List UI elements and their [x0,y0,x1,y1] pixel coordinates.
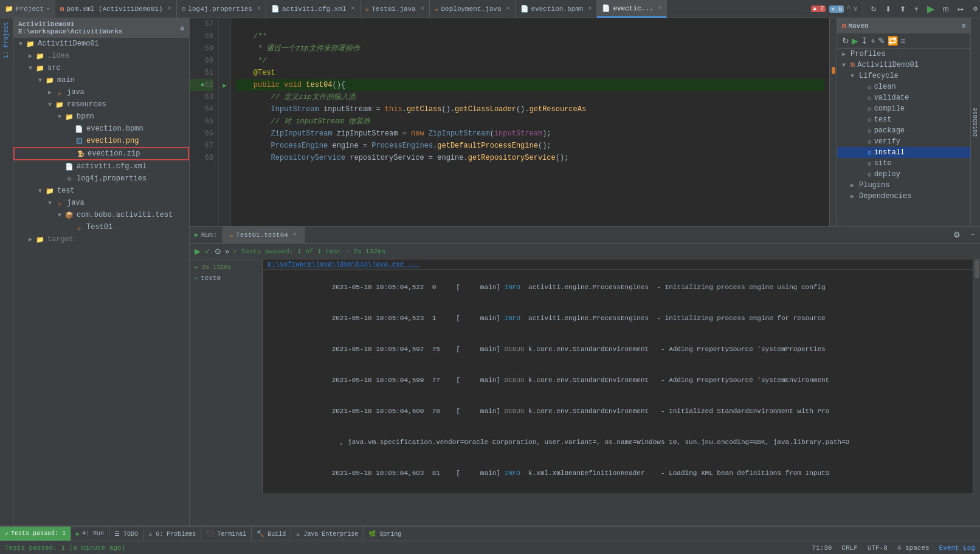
maven-root[interactable]: ▼ m ActivitiDemo01 [837,60,970,70]
tree-item-test01[interactable]: ▶ ☕ Test01 [13,221,189,233]
tree-item-idea[interactable]: ▶ 📁 .idea [13,50,189,62]
log-logger-3: k.core.env.StandardEnvironment - Adding … [525,346,826,353]
folder-icon-java2: ☕ [55,198,64,208]
tab-project[interactable]: 📁 Project ▾ [0,0,55,18]
maven-edit-btn[interactable]: ✎ [878,36,885,46]
bottom-tab-test01[interactable]: ☕ Test01.test04 × [223,227,305,243]
maven-menu-btn[interactable]: ≡ [900,36,905,46]
maven-dependencies[interactable]: ▶ Dependencies [837,191,970,202]
maven-site[interactable]: ▶ ⊙ site [837,158,970,169]
maven-add-btn[interactable]: + [871,36,875,46]
tree-item-activiti-cfg[interactable]: ▶ 📄 activiti.cfg.xml [13,160,189,173]
code-content[interactable]: /** * 通过一个zip文件来部署操作 */ @Test public voi… [231,18,829,226]
bottom-tab-test01-close[interactable]: × [293,231,297,238]
maven-lifecycle[interactable]: ▼ Lifecycle [837,70,970,81]
spring-tab[interactable]: 🌿 Spring [363,527,406,541]
console-scrollbar[interactable] [973,259,980,493]
step-btn[interactable]: ↦ [955,4,966,15]
build-tab[interactable]: 🔨 Build [251,527,291,541]
maven-deploy[interactable]: ▶ ⊙ deploy [837,169,970,180]
tree-item-log4j[interactable]: ▶ ⚙ log4j.properties [13,173,189,185]
bottom-close-btn[interactable]: − [965,230,980,239]
maven-refresh-btn[interactable]: ↻ [842,36,849,46]
run-tab-bottom[interactable]: ▶ 4: Run [71,527,109,541]
maven-clean[interactable]: ▶ ⊙ clean [837,81,970,92]
tree-item-src[interactable]: ▼ 📁 src [13,62,189,74]
run-gutter-icon[interactable]: ▶ [223,81,227,89]
ln-58: 58 [190,30,213,43]
tab-evection-bpmn-label: evection.bpmn [531,5,584,13]
bottom-settings-btn[interactable]: ⚙ [948,230,965,239]
run-rerun-btn[interactable]: » [225,247,229,256]
tab-evection-bpmn[interactable]: 📄 evection.bpmn × [516,0,598,18]
tree-item-target[interactable]: ▶ 📁 target [13,233,189,245]
tree-item-main[interactable]: ▼ 📁 main [13,74,189,86]
problems-tab[interactable]: ⚠ 6: Problems [143,527,201,541]
java-exe-path[interactable]: D:\software\java\jdk8\bin\java.exe ... [267,261,420,268]
code-line-58: /** [236,30,824,43]
maven-test[interactable]: ▶ ⊙ test [837,114,970,125]
todo-tab[interactable]: ☰ TODO [109,527,143,541]
tests-passed-bar[interactable]: ✓ Tests passed: 1 [0,527,71,541]
lifecycle-icon-clean: ⊙ [868,83,872,91]
tree-label-bpmn: bpmn [77,112,94,121]
tree-item-java[interactable]: ▶ ☕ java [13,86,189,98]
java-enterprise-tab[interactable]: ☕ Java Enterprise [291,527,363,541]
maven-plugins[interactable]: ▶ Plugins [837,180,970,191]
add-btn[interactable]: + [912,4,921,15]
terminal-tab[interactable]: ⬛ Terminal [201,527,251,541]
tab-pom[interactable]: m pom.xml (ActivitiDemo01) × [55,0,177,18]
maven-compile-label: compile [874,104,905,113]
tree-item-evection-png[interactable]: ▶ 🖼 evection.png [13,135,189,147]
tree-item-evection-bpmn[interactable]: ▶ 📄 evection.bpmn [13,123,189,135]
maven-install[interactable]: ▶ ⊙ install [837,147,970,158]
tree-item-com-bobo[interactable]: ▼ 📦 com.bobo.activiti.test [13,209,189,221]
tree-item-evection-zip[interactable]: ▶ 🗜 evection.zip [13,147,189,160]
run-stop-btn[interactable]: ⊙ [215,247,221,256]
line-numbers: 57 58 59 60 61 ●62 63 64 65 66 [190,18,219,226]
download-btn[interactable]: ⬇ [883,4,894,15]
maven-validate[interactable]: ▶ ⊙ validate [837,92,970,103]
run-sidebar-test[interactable]: ✓ test0 [190,273,262,284]
maven-settings-icon[interactable]: ⚙ [961,22,965,30]
upload-btn[interactable]: ⬆ [897,4,908,15]
run-btn[interactable]: ▶ [925,2,937,16]
maven-run-btn[interactable]: ▶ [852,36,858,46]
maven-rerun-btn[interactable]: 🔁 [888,36,898,46]
tree-settings-icon[interactable]: ⚙ [180,24,184,32]
editor-scrollbar[interactable] [829,18,837,226]
maven-site-label: site [874,159,892,168]
refresh-btn[interactable]: ↻ [868,4,879,15]
tree-item-resources[interactable]: ▼ 📁 resources [13,98,189,111]
side-database-label[interactable]: Database [970,18,980,226]
run-pass-icon: ✓ [195,275,198,282]
tab-activiti-cfg[interactable]: 📄 activiti.cfg.xml × [266,0,361,18]
tree-label-activitidemo01: ActivitiDemo01 [38,39,99,48]
log-time-6: 2021-05-18 10:05:04,603 81 [ main] [332,470,505,477]
tab-evection-active[interactable]: 📄 evectic... × [597,0,667,18]
maven-test-label: test [874,115,892,124]
maven-compile[interactable]: ▶ ⊙ compile [837,103,970,114]
structure-label[interactable]: 1: Project [2,21,11,60]
settings-icon-top[interactable]: ⚙ [971,4,980,13]
tree-item-test[interactable]: ▼ 📁 test [13,185,189,197]
maven-verify[interactable]: ▶ ⊙ verify [837,136,970,147]
tab-log4j[interactable]: ⚙ log4j.properties × [177,0,266,18]
tab-deployment[interactable]: ☕ Deployment.java × [430,0,516,18]
maven-profiles-arrow: ▶ [842,50,851,58]
tree-item-activitidemo01[interactable]: ▼ 📁 ActivitiDemo01 [13,38,189,50]
maven-download-btn[interactable]: ↧ [861,36,868,46]
maven-package[interactable]: ▶ ⊙ package [837,125,970,136]
tree-item-java2[interactable]: ▼ ☕ java [13,197,189,209]
maven-profiles-row[interactable]: ▶ Profiles [837,49,970,60]
tree-arrow-com-bobo: ▼ [55,212,64,219]
gutter-57 [219,18,230,30]
console-output[interactable]: 2021-05-18 10:05:04,522 0 [ main] INFO a… [263,270,973,493]
tree-item-bpmn[interactable]: ▼ 📁 bpmn [13,111,189,123]
run-play-btn[interactable]: ▶ [195,247,201,256]
m-btn[interactable]: m [940,4,951,15]
status-event-log[interactable]: Event Log [939,544,975,552]
maven-root-label: ActivitiDemo01 [857,61,919,69]
run-check-btn[interactable]: ✓ [204,247,211,256]
tab-test01[interactable]: ☕ Test01.java × [361,0,430,18]
